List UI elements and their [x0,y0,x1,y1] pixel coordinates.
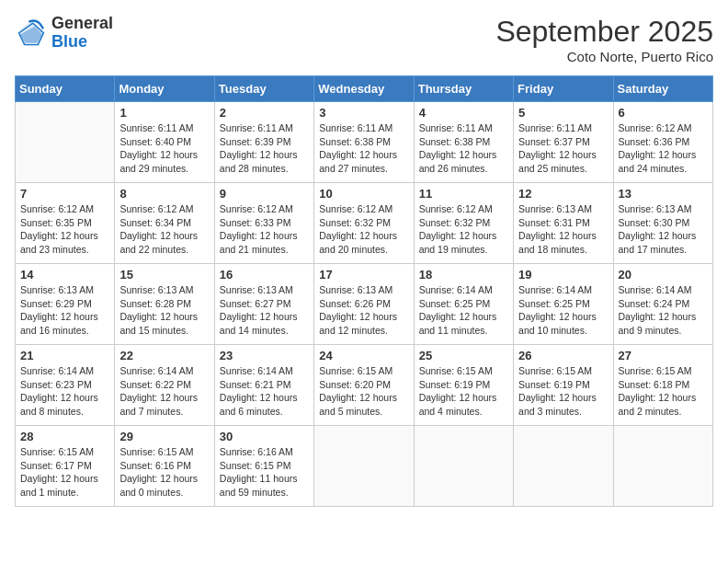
day-info: Sunrise: 6:15 AM Sunset: 6:19 PM Dayligh… [419,364,508,419]
day-number: 2 [220,106,309,120]
day-info: Sunrise: 6:12 AM Sunset: 6:32 PM Dayligh… [319,202,408,257]
page-header: General Blue September 2025 Coto Norte, … [15,15,713,64]
calendar-cell: 23Sunrise: 6:14 AM Sunset: 6:21 PM Dayli… [214,345,313,426]
day-number: 7 [20,187,109,201]
day-info: Sunrise: 6:14 AM Sunset: 6:23 PM Dayligh… [20,364,109,419]
day-number: 21 [20,349,109,362]
day-number: 18 [419,268,508,282]
day-info: Sunrise: 6:13 AM Sunset: 6:26 PM Dayligh… [319,283,408,338]
logo-text: General Blue [51,15,113,52]
calendar-cell: 8Sunrise: 6:12 AM Sunset: 6:34 PM Daylig… [115,183,214,264]
day-number: 8 [119,187,209,201]
day-number: 4 [419,106,508,120]
day-info: Sunrise: 6:13 AM Sunset: 6:30 PM Dayligh… [619,202,708,257]
day-info: Sunrise: 6:12 AM Sunset: 6:36 PM Dayligh… [619,121,708,176]
weekday-header-friday: Friday [514,76,613,102]
weekday-header-saturday: Saturday [613,76,712,102]
day-number: 25 [419,349,508,362]
day-info: Sunrise: 6:12 AM Sunset: 6:32 PM Dayligh… [419,202,508,257]
day-number: 16 [220,268,309,282]
day-info: Sunrise: 6:16 AM Sunset: 6:15 PM Dayligh… [220,445,309,500]
logo: General Blue [15,15,113,52]
day-number: 10 [319,187,408,201]
month-title: September 2025 [495,15,713,49]
day-number: 28 [20,430,109,443]
weekday-header-tuesday: Tuesday [214,76,313,102]
calendar-cell: 25Sunrise: 6:15 AM Sunset: 6:19 PM Dayli… [414,345,513,426]
calendar-cell: 10Sunrise: 6:12 AM Sunset: 6:32 PM Dayli… [314,183,414,264]
day-number: 27 [619,349,708,362]
calendar-cell: 14Sunrise: 6:13 AM Sunset: 6:29 PM Dayli… [16,264,115,345]
day-number: 17 [319,268,408,282]
day-number: 1 [119,106,209,120]
day-number: 23 [220,349,309,362]
day-info: Sunrise: 6:12 AM Sunset: 6:34 PM Dayligh… [119,202,209,257]
day-info: Sunrise: 6:15 AM Sunset: 6:20 PM Dayligh… [319,364,408,419]
day-info: Sunrise: 6:15 AM Sunset: 6:19 PM Dayligh… [518,364,608,419]
calendar-cell: 13Sunrise: 6:13 AM Sunset: 6:30 PM Dayli… [613,183,712,264]
week-row-5: 28Sunrise: 6:15 AM Sunset: 6:17 PM Dayli… [16,426,713,507]
calendar-cell: 15Sunrise: 6:13 AM Sunset: 6:28 PM Dayli… [115,264,214,345]
day-info: Sunrise: 6:15 AM Sunset: 6:16 PM Dayligh… [119,445,209,500]
calendar-cell [314,426,414,507]
calendar-cell: 26Sunrise: 6:15 AM Sunset: 6:19 PM Dayli… [514,345,613,426]
day-number: 19 [518,268,608,282]
week-row-4: 21Sunrise: 6:14 AM Sunset: 6:23 PM Dayli… [16,345,713,426]
calendar-cell: 6Sunrise: 6:12 AM Sunset: 6:36 PM Daylig… [613,102,712,183]
day-number: 5 [518,106,608,120]
day-number: 20 [619,268,708,282]
week-row-3: 14Sunrise: 6:13 AM Sunset: 6:29 PM Dayli… [16,264,713,345]
weekday-header-monday: Monday [115,76,214,102]
day-info: Sunrise: 6:11 AM Sunset: 6:39 PM Dayligh… [220,121,309,176]
day-info: Sunrise: 6:13 AM Sunset: 6:28 PM Dayligh… [119,283,209,338]
day-info: Sunrise: 6:14 AM Sunset: 6:21 PM Dayligh… [220,364,309,419]
day-info: Sunrise: 6:13 AM Sunset: 6:29 PM Dayligh… [20,283,109,338]
calendar-cell: 7Sunrise: 6:12 AM Sunset: 6:35 PM Daylig… [16,183,115,264]
calendar-cell: 20Sunrise: 6:14 AM Sunset: 6:24 PM Dayli… [613,264,712,345]
week-row-1: 1Sunrise: 6:11 AM Sunset: 6:40 PM Daylig… [16,102,713,183]
calendar-cell: 28Sunrise: 6:15 AM Sunset: 6:17 PM Dayli… [16,426,115,507]
calendar-cell: 17Sunrise: 6:13 AM Sunset: 6:26 PM Dayli… [314,264,414,345]
logo-icon [15,17,48,50]
week-row-2: 7Sunrise: 6:12 AM Sunset: 6:35 PM Daylig… [16,183,713,264]
title-block: September 2025 Coto Norte, Puerto Rico [495,15,713,64]
logo-blue: Blue [51,33,113,52]
calendar-cell: 4Sunrise: 6:11 AM Sunset: 6:38 PM Daylig… [414,102,513,183]
day-info: Sunrise: 6:14 AM Sunset: 6:25 PM Dayligh… [419,283,508,338]
day-number: 22 [119,349,209,362]
day-info: Sunrise: 6:13 AM Sunset: 6:27 PM Dayligh… [220,283,309,338]
day-number: 12 [518,187,608,201]
day-number: 29 [119,430,209,443]
calendar-cell: 12Sunrise: 6:13 AM Sunset: 6:31 PM Dayli… [514,183,613,264]
day-info: Sunrise: 6:11 AM Sunset: 6:40 PM Dayligh… [119,121,209,176]
day-number: 6 [619,106,708,120]
weekday-header-row: SundayMondayTuesdayWednesdayThursdayFrid… [16,76,713,102]
calendar-cell: 29Sunrise: 6:15 AM Sunset: 6:16 PM Dayli… [115,426,214,507]
day-number: 13 [619,187,708,201]
day-info: Sunrise: 6:14 AM Sunset: 6:25 PM Dayligh… [518,283,608,338]
day-info: Sunrise: 6:11 AM Sunset: 6:38 PM Dayligh… [319,121,408,176]
day-info: Sunrise: 6:14 AM Sunset: 6:22 PM Dayligh… [119,364,209,419]
weekday-header-sunday: Sunday [16,76,115,102]
day-info: Sunrise: 6:15 AM Sunset: 6:18 PM Dayligh… [619,364,708,419]
calendar-cell [414,426,513,507]
calendar-cell [514,426,613,507]
day-number: 24 [319,349,408,362]
calendar-cell: 9Sunrise: 6:12 AM Sunset: 6:33 PM Daylig… [214,183,313,264]
calendar-cell: 3Sunrise: 6:11 AM Sunset: 6:38 PM Daylig… [314,102,414,183]
calendar-cell: 1Sunrise: 6:11 AM Sunset: 6:40 PM Daylig… [115,102,214,183]
day-info: Sunrise: 6:11 AM Sunset: 6:38 PM Dayligh… [419,121,508,176]
calendar-cell [16,102,115,183]
calendar-cell: 27Sunrise: 6:15 AM Sunset: 6:18 PM Dayli… [613,345,712,426]
day-number: 11 [419,187,508,201]
weekday-header-thursday: Thursday [414,76,513,102]
day-info: Sunrise: 6:14 AM Sunset: 6:24 PM Dayligh… [619,283,708,338]
calendar-cell: 16Sunrise: 6:13 AM Sunset: 6:27 PM Dayli… [214,264,313,345]
calendar-cell [613,426,712,507]
calendar-cell: 24Sunrise: 6:15 AM Sunset: 6:20 PM Dayli… [314,345,414,426]
day-info: Sunrise: 6:11 AM Sunset: 6:37 PM Dayligh… [518,121,608,176]
day-number: 30 [220,430,309,443]
day-info: Sunrise: 6:13 AM Sunset: 6:31 PM Dayligh… [518,202,608,257]
logo-general: General [51,15,113,33]
calendar-cell: 22Sunrise: 6:14 AM Sunset: 6:22 PM Dayli… [115,345,214,426]
